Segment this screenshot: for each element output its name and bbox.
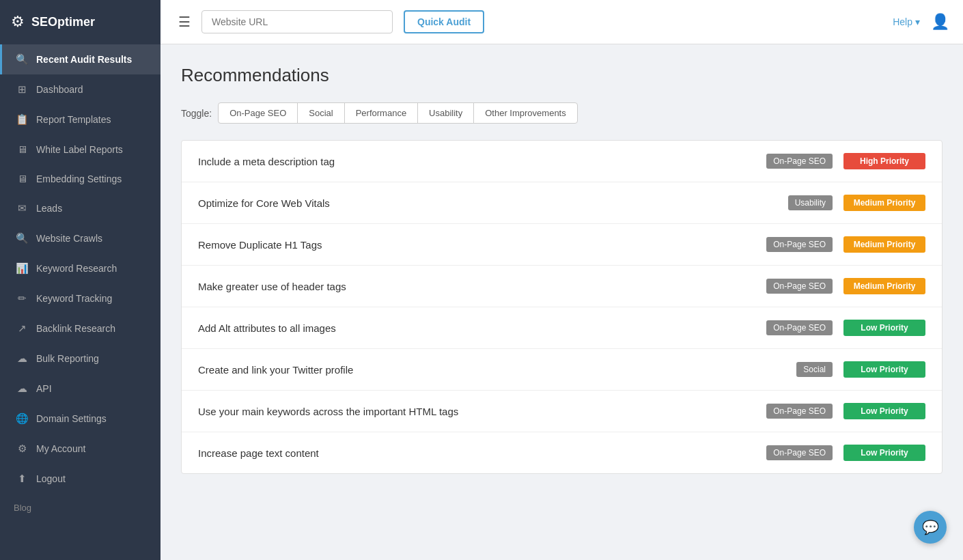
sidebar-label-website-crawls: Website Crawls: [36, 233, 102, 244]
category-badge: Usability: [788, 195, 833, 210]
tab-performance[interactable]: Performance: [344, 102, 418, 124]
sidebar-icon-recent-audit: 🔍: [16, 53, 28, 66]
header: ⚙ SEOptimer ☰ Quick Audit Help ▾ 👤: [0, 0, 963, 44]
page-title: Recommendations: [181, 65, 943, 86]
toggle-label: Toggle:: [181, 108, 212, 119]
tab-other[interactable]: Other Improvements: [473, 102, 578, 124]
sidebar-icon-website-crawls: 🔍: [16, 232, 28, 244]
sidebar-label-dashboard: Dashboard: [36, 84, 83, 95]
rec-item: Create and link your Twitter profile Soc…: [182, 349, 942, 391]
sidebar-icon-bulk-reporting: ☁: [16, 352, 28, 365]
sidebar-label-report-templates: Report Templates: [36, 114, 111, 125]
sidebar-item-bulk-reporting[interactable]: ☁ Bulk Reporting: [0, 344, 160, 374]
sidebar-label-leads: Leads: [36, 203, 62, 214]
category-badge: On-Page SEO: [766, 237, 833, 252]
hamburger-menu[interactable]: ☰: [178, 14, 191, 30]
sidebar-label-bulk-reporting: Bulk Reporting: [36, 353, 99, 364]
tab-usability[interactable]: Usability: [417, 102, 474, 124]
rec-text: Make greater use of header tags: [198, 281, 755, 292]
url-input[interactable]: [201, 10, 393, 33]
sidebar-label-white-label: White Label Reports: [36, 144, 123, 155]
tab-on-page-seo[interactable]: On-Page SEO: [218, 102, 298, 124]
sidebar-item-keyword-research[interactable]: 📊 Keyword Research: [0, 253, 160, 283]
category-badge: On-Page SEO: [766, 404, 833, 419]
sidebar-item-leads[interactable]: ✉ Leads: [0, 193, 160, 223]
sidebar-icon-dashboard: ⊞: [16, 83, 28, 96]
sidebar-label-logout: Logout: [36, 473, 66, 484]
rec-text: Include a meta description tag: [198, 156, 755, 167]
sidebar-item-backlink-research[interactable]: ↗ Backlink Research: [0, 313, 160, 344]
user-icon[interactable]: 👤: [931, 13, 949, 31]
tab-social[interactable]: Social: [297, 102, 344, 124]
sidebar-icon-embedding: 🖥: [16, 173, 28, 184]
priority-badge: Medium Priority: [843, 278, 925, 294]
priority-badge: Medium Priority: [843, 195, 925, 211]
sidebar-item-api[interactable]: ☁ API: [0, 374, 160, 404]
priority-badge: High Priority: [843, 153, 925, 169]
sidebar-label-backlink-research: Backlink Research: [36, 323, 115, 334]
sidebar-item-my-account[interactable]: ⚙ My Account: [0, 434, 160, 464]
sidebar-icon-keyword-research: 📊: [16, 262, 28, 275]
logo-icon: ⚙: [11, 13, 25, 31]
rec-item: Add Alt attributes to all images On-Page…: [182, 307, 942, 349]
category-badge: On-Page SEO: [766, 154, 833, 169]
priority-badge: Low Priority: [843, 361, 925, 378]
sidebar-item-recent-audit[interactable]: 🔍 Recent Audit Results: [0, 44, 160, 74]
sidebar-item-embedding[interactable]: 🖥 Embedding Settings: [0, 164, 160, 193]
rec-text: Use your main keywords across the import…: [198, 406, 755, 417]
sidebar-label-api: API: [36, 383, 52, 394]
sidebar: 🔍 Recent Audit Results ⊞ Dashboard 📋 Rep…: [0, 44, 160, 560]
sidebar-icon-api: ☁: [16, 382, 28, 395]
sidebar-blog[interactable]: Blog: [0, 494, 160, 522]
rec-text: Add Alt attributes to all images: [198, 322, 755, 334]
logo-area: ⚙ SEOptimer: [0, 0, 160, 44]
category-badge: Social: [796, 362, 833, 377]
sidebar-item-domain-settings[interactable]: 🌐 Domain Settings: [0, 404, 160, 434]
sidebar-label-embedding: Embedding Settings: [36, 173, 122, 184]
rec-item: Include a meta description tag On-Page S…: [182, 141, 942, 182]
sidebar-item-logout[interactable]: ⬆ Logout: [0, 464, 160, 494]
recommendations-list: Include a meta description tag On-Page S…: [181, 140, 943, 474]
sidebar-item-report-templates[interactable]: 📋 Report Templates: [0, 104, 160, 135]
rec-item: Optimize for Core Web Vitals Usability M…: [182, 182, 942, 224]
header-right: Help ▾ 👤: [893, 13, 949, 31]
rec-text: Create and link your Twitter profile: [198, 364, 785, 376]
sidebar-item-white-label[interactable]: 🖥 White Label Reports: [0, 135, 160, 164]
sidebar-label-my-account: My Account: [36, 443, 85, 454]
sidebar-item-website-crawls[interactable]: 🔍 Website Crawls: [0, 223, 160, 253]
category-badge: On-Page SEO: [766, 320, 833, 335]
category-badge: On-Page SEO: [766, 279, 833, 294]
chat-bubble[interactable]: 💬: [914, 511, 947, 544]
rec-text: Optimize for Core Web Vitals: [198, 197, 777, 209]
sidebar-icon-white-label: 🖥: [16, 143, 28, 155]
help-button[interactable]: Help ▾: [893, 16, 920, 27]
sidebar-icon-backlink-research: ↗: [16, 322, 28, 335]
main-content: Recommendations Toggle: On-Page SEOSocia…: [160, 44, 963, 560]
sidebar-label-recent-audit: Recent Audit Results: [36, 54, 132, 65]
priority-badge: Low Priority: [843, 403, 925, 419]
sidebar-icon-domain-settings: 🌐: [16, 412, 28, 425]
priority-badge: Low Priority: [843, 320, 925, 336]
category-badge: On-Page SEO: [766, 445, 833, 460]
sidebar-item-dashboard[interactable]: ⊞ Dashboard: [0, 74, 160, 104]
sidebar-label-keyword-tracking: Keyword Tracking: [36, 293, 112, 304]
layout: 🔍 Recent Audit Results ⊞ Dashboard 📋 Rep…: [0, 44, 963, 560]
toggle-row: Toggle: On-Page SEOSocialPerformanceUsab…: [181, 102, 943, 124]
sidebar-item-keyword-tracking[interactable]: ✏ Keyword Tracking: [0, 283, 160, 313]
sidebar-icon-leads: ✉: [16, 202, 28, 214]
sidebar-label-keyword-research: Keyword Research: [36, 263, 117, 274]
rec-item: Increase page text content On-Page SEO L…: [182, 432, 942, 473]
sidebar-icon-logout: ⬆: [16, 473, 28, 485]
sidebar-icon-my-account: ⚙: [16, 443, 28, 455]
sidebar-icon-keyword-tracking: ✏: [16, 292, 28, 305]
quick-audit-button[interactable]: Quick Audit: [404, 10, 484, 33]
toggle-tabs: On-Page SEOSocialPerformanceUsabilityOth…: [219, 102, 578, 124]
sidebar-icon-report-templates: 📋: [16, 113, 28, 126]
rec-text: Increase page text content: [198, 447, 755, 459]
priority-badge: Low Priority: [843, 445, 925, 461]
logo-text: SEOptimer: [31, 15, 95, 29]
rec-text: Remove Duplicate H1 Tags: [198, 239, 755, 251]
rec-item: Remove Duplicate H1 Tags On-Page SEO Med…: [182, 224, 942, 266]
sidebar-label-domain-settings: Domain Settings: [36, 413, 107, 424]
rec-item: Make greater use of header tags On-Page …: [182, 266, 942, 307]
